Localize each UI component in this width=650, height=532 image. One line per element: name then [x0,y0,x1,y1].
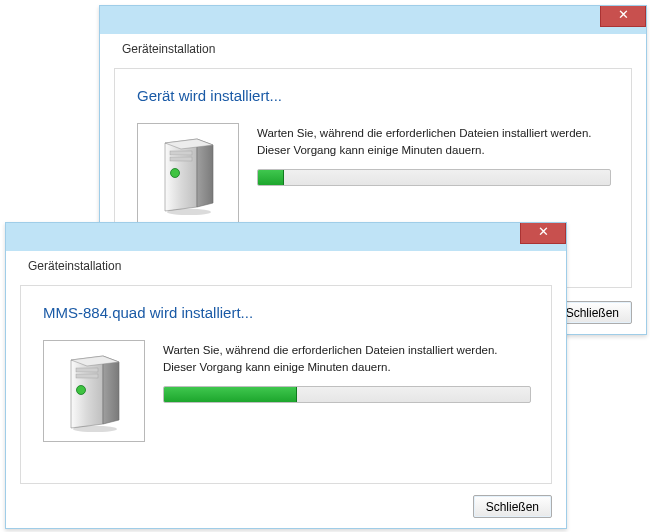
progress-bar [257,169,611,186]
install-dialog-front: ✕ Geräteinstallation MMS-884.quad wird i… [5,222,567,529]
svg-marker-0 [165,139,197,211]
dialog-footer: Schließen [473,495,552,518]
svg-rect-3 [170,151,192,155]
close-icon: ✕ [618,7,629,22]
install-body-text: Warten Sie, während die erforderlichen D… [257,125,611,158]
titlebar: ✕ [6,223,566,251]
window-title: Geräteinstallation [28,259,121,273]
close-icon: ✕ [538,224,549,239]
svg-point-12 [77,386,86,395]
device-tower-icon [63,350,125,432]
progress-fill [164,387,297,402]
device-tower-icon [157,133,219,215]
svg-marker-1 [197,139,213,207]
svg-point-6 [167,209,211,215]
progress-bar [163,386,531,403]
close-button[interactable]: ✕ [520,223,566,244]
svg-marker-8 [103,356,119,424]
window-title: Geräteinstallation [122,42,215,56]
device-icon-frame [137,123,239,225]
svg-point-5 [171,169,180,178]
svg-rect-4 [170,157,192,161]
close-button[interactable]: ✕ [600,6,646,27]
close-dialog-button[interactable]: Schließen [473,495,552,518]
svg-point-13 [73,426,117,432]
svg-rect-10 [76,368,98,372]
svg-marker-7 [71,356,103,428]
progress-fill [258,170,284,185]
device-icon-frame [43,340,145,442]
install-heading: MMS-884.quad wird installiert... [43,304,253,321]
install-body-text: Warten Sie, während die erforderlichen D… [163,342,531,375]
svg-rect-11 [76,374,98,378]
install-heading: Gerät wird installiert... [137,87,282,104]
content-panel: MMS-884.quad wird installiert... [20,285,552,484]
titlebar: ✕ [100,6,646,34]
